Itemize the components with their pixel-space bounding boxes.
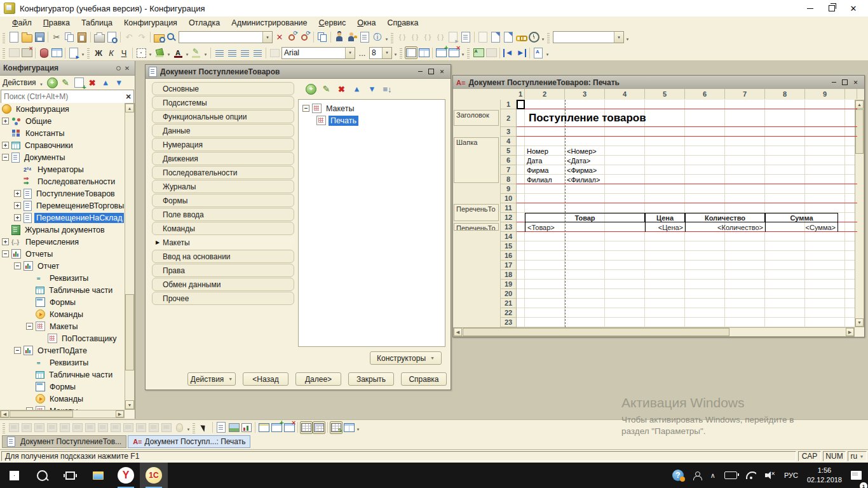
sheet-grid[interactable]: Поступление товаровНомер<Номер>Дата<Дата… [517,100,857,327]
cell-label-фирма[interactable]: Фирма [527,165,548,175]
tree-hscrollbar[interactable]: ◀ ▶ [0,410,125,418]
expand-icon[interactable]: + [14,190,21,197]
italic-icon[interactable]: К [105,46,118,59]
align-right-edge-icon[interactable] [33,421,46,434]
collapse-icon[interactable]: − [2,154,9,161]
dropdown-arrow-icon[interactable]: ▾ [355,421,361,434]
delete-column-icon[interactable] [447,46,460,59]
tree-item-общие[interactable]: +Общие [0,115,125,127]
task-view-button[interactable] [56,463,84,488]
paste-icon[interactable] [76,31,88,44]
view-mode-icon[interactable] [342,421,355,434]
section-label-шапка[interactable]: Шапка [454,137,499,183]
find-prev-icon[interactable] [299,31,311,44]
insert-chart-icon[interactable] [240,421,253,434]
show-grid-icon[interactable] [300,421,313,434]
expand-icon[interactable]: + [14,214,21,221]
frame-icon[interactable] [268,46,281,59]
cell-value-филиал[interactable]: <Филиал> [567,175,600,184]
add-object-button[interactable]: + [47,78,58,88]
delete-object-button[interactable]: ✖ [87,78,98,88]
search-combo-dropdown-icon[interactable]: ▾ [262,32,272,43]
menu-файл[interactable]: Файл [6,17,37,29]
sheet-row-19[interactable] [517,280,857,289]
row-header-19[interactable]: 19 [501,280,516,289]
bookmark-prev-icon[interactable] [502,31,515,44]
move-left-icon[interactable] [502,46,515,59]
menu-администрирование[interactable]: Администрирование [226,17,313,29]
tree-item-реквизиты[interactable]: Реквизиты [0,272,125,284]
tree-item-отчет[interactable]: −Отчет [0,260,125,272]
table-value-цена[interactable]: <Цена> [645,222,685,232]
sheet-row-15[interactable] [517,241,857,251]
constructors-button[interactable]: Конструкторы▼ [370,351,442,365]
tree-item-макеты[interactable]: −Макеты [0,320,125,332]
row-header-2[interactable]: 2 [501,109,516,127]
minimize-button[interactable] [799,1,821,15]
tree-item-последовательности[interactable]: Последовательности [0,175,125,187]
cell-label-дата[interactable]: Дата [527,156,542,165]
highlight-icon[interactable] [190,46,203,59]
dropdown-arrow-icon[interactable]: ▾ [80,46,86,59]
table-header-количество[interactable]: Количество [685,213,765,222]
names-on-icon[interactable] [472,46,485,59]
edit-template-button[interactable]: ✎ [321,84,332,95]
row-header-21[interactable]: 21 [501,299,516,308]
dropdown-arrow-icon[interactable]: ▾ [147,46,153,59]
row-header-7[interactable]: 7 [501,165,516,175]
tab-основные[interactable]: Основные [152,82,294,95]
tab-формы[interactable]: Формы [152,194,294,207]
template-move-down-button[interactable]: ▼ [367,84,377,95]
find-icon[interactable] [165,31,178,44]
column-header-6[interactable]: 6 [685,89,725,99]
search-combo-field[interactable] [179,33,262,42]
redo-icon[interactable]: ↷ [135,31,148,44]
section-label-переченьто[interactable]: ПереченьТо [454,204,499,221]
row-header-3[interactable]: 3 [501,127,516,137]
tree-item-табличные-части[interactable]: Табличные части [0,284,125,296]
table-value-количество[interactable]: <Количество> [685,222,765,232]
restore-button[interactable] [821,1,843,15]
tab-поле-ввода[interactable]: Поле ввода [152,208,294,221]
tree-item-формы[interactable]: Формы [0,381,125,393]
cut-icon[interactable]: ✂ [50,31,63,44]
show-headers-icon[interactable] [313,421,325,434]
column-header-1[interactable]: 1 [517,89,525,99]
doc-minimize-icon[interactable] [415,67,426,76]
wifi-icon[interactable] [743,463,759,488]
sheet-row-21[interactable] [517,299,857,308]
dropdown-arrow-icon[interactable]: ▾ [384,31,390,44]
doc-properties-icon[interactable] [67,46,80,59]
tab-команды[interactable]: Команды [152,222,294,235]
collapse-icon[interactable]: − [14,262,21,269]
row-header-1[interactable]: 1 [501,100,516,109]
open-module-icon[interactable] [358,31,371,44]
expand-icon[interactable]: + [2,118,9,125]
collapse-icon[interactable]: − [302,105,309,112]
onec-button[interactable]: 1С [140,463,168,488]
window-tab-документ-поступлениетов-[interactable]: Документ ПоступлениеТов... [2,435,126,448]
people-tray-icon[interactable] [690,463,704,488]
template-move-up-button[interactable]: ▲ [351,84,362,95]
align-bottom-icon[interactable] [71,421,84,434]
row-header-13[interactable]: 13 [501,222,516,232]
tree-item-нумераторы[interactable]: Нумераторы [0,163,125,175]
goto-procedure-icon[interactable] [447,31,459,44]
clock[interactable]: 1:5602.12.2018 [804,463,844,488]
tab-нумерация[interactable]: Нумерация [152,138,294,151]
align-center-icon[interactable] [226,46,238,59]
font-combo[interactable]: Arial▾ [281,47,355,59]
cell-label-номер[interactable]: Номер [527,146,548,156]
collapse-icon[interactable]: − [14,347,21,354]
split-cells-icon[interactable] [20,46,33,59]
close-button[interactable]: ✕ [843,1,864,15]
edit-mode-icon[interactable] [330,421,342,434]
tab-обмен-данными[interactable]: Обмен данными [152,278,294,291]
tree-item-перемещениенасклад[interactable]: +ПеремещениеНаСклад [0,212,125,224]
tree-item-константы[interactable]: Константы [0,127,125,139]
row-header-5[interactable]: 5 [501,146,516,156]
font-more-button[interactable]: ... [356,46,369,59]
table-value-товар[interactable]: <Товар> [525,222,645,232]
timer-icon[interactable] [527,31,540,44]
syntax-check-icon[interactable] [333,31,346,44]
